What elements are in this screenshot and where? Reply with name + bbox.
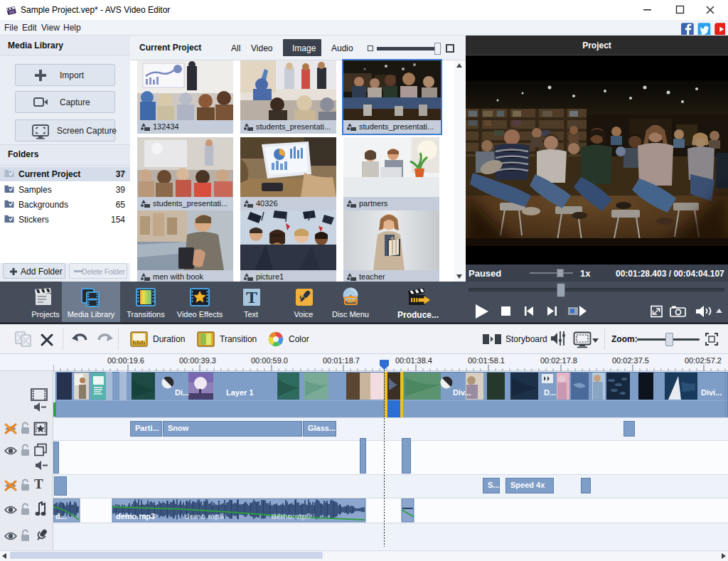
svg-text:d...: d... (55, 512, 67, 520)
svg-text:T: T (246, 288, 257, 306)
svg-text:Divi...: Divi... (701, 388, 722, 397)
svg-text:demo.mp3: demo.mp3 (185, 512, 224, 520)
svg-text:Di...: Di... (175, 388, 189, 397)
svg-text:demo.mp3: demo.mp3 (272, 512, 311, 520)
svg-text:Div...: Div... (453, 388, 471, 397)
svg-text:Layer 1: Layer 1 (226, 388, 254, 397)
svg-text:demo.mp3: demo.mp3 (116, 512, 155, 520)
svg-text:D...: D... (544, 388, 556, 397)
